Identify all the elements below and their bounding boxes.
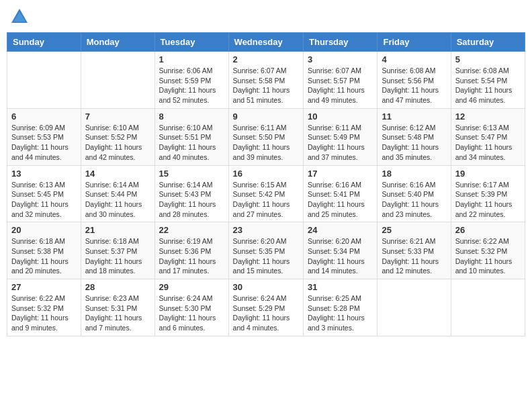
day-info: Sunrise: 6:23 AMSunset: 5:31 PMDaylight:…	[85, 293, 150, 333]
day-number: 30	[233, 282, 299, 292]
day-info: Sunrise: 6:20 AMSunset: 5:35 PMDaylight:…	[233, 236, 299, 276]
calendar-cell	[451, 279, 525, 336]
calendar-cell: 28Sunrise: 6:23 AMSunset: 5:31 PMDayligh…	[81, 279, 154, 336]
day-number: 4	[382, 54, 446, 64]
calendar-cell: 23Sunrise: 6:20 AMSunset: 5:35 PMDayligh…	[228, 222, 303, 279]
day-info: Sunrise: 6:07 AMSunset: 5:58 PMDaylight:…	[233, 66, 299, 105]
calendar-cell: 22Sunrise: 6:19 AMSunset: 5:36 PMDayligh…	[154, 222, 228, 279]
day-info: Sunrise: 6:11 AMSunset: 5:49 PMDaylight:…	[308, 123, 373, 163]
day-number: 14	[85, 169, 150, 179]
day-number: 9	[233, 111, 299, 122]
day-number: 16	[233, 169, 299, 179]
logo	[9, 7, 32, 27]
day-info: Sunrise: 6:24 AMSunset: 5:30 PMDaylight:…	[159, 293, 224, 333]
day-info: Sunrise: 6:10 AMSunset: 5:51 PMDaylight:…	[159, 123, 224, 163]
day-number: 31	[308, 282, 373, 292]
day-info: Sunrise: 6:14 AMSunset: 5:43 PMDaylight:…	[159, 180, 224, 220]
day-info: Sunrise: 6:22 AMSunset: 5:32 PMDaylight:…	[455, 236, 521, 276]
day-info: Sunrise: 6:19 AMSunset: 5:36 PMDaylight:…	[159, 236, 224, 276]
calendar-week-row: 6Sunrise: 6:09 AMSunset: 5:53 PMDaylight…	[7, 108, 525, 165]
calendar-cell: 12Sunrise: 6:13 AMSunset: 5:47 PMDayligh…	[451, 108, 525, 165]
calendar-week-row: 13Sunrise: 6:13 AMSunset: 5:45 PMDayligh…	[7, 165, 525, 222]
calendar-cell: 19Sunrise: 6:17 AMSunset: 5:39 PMDayligh…	[451, 165, 525, 222]
day-number: 23	[233, 225, 299, 235]
day-number: 27	[11, 282, 77, 292]
day-number: 26	[455, 225, 521, 235]
day-number: 3	[308, 54, 373, 64]
day-number: 10	[308, 111, 373, 122]
weekday-header: Monday	[81, 33, 154, 52]
day-info: Sunrise: 6:08 AMSunset: 5:56 PMDaylight:…	[382, 66, 446, 105]
day-number: 21	[85, 225, 150, 235]
day-number: 19	[455, 169, 521, 179]
day-number: 29	[159, 282, 224, 292]
day-info: Sunrise: 6:16 AMSunset: 5:41 PMDaylight:…	[308, 180, 373, 220]
day-info: Sunrise: 6:18 AMSunset: 5:37 PMDaylight:…	[85, 236, 150, 276]
day-info: Sunrise: 6:17 AMSunset: 5:39 PMDaylight:…	[455, 180, 521, 220]
day-number: 8	[159, 111, 224, 122]
calendar-cell: 24Sunrise: 6:20 AMSunset: 5:34 PMDayligh…	[304, 222, 378, 279]
day-info: Sunrise: 6:21 AMSunset: 5:33 PMDaylight:…	[382, 236, 446, 276]
day-number: 6	[11, 111, 77, 122]
day-info: Sunrise: 6:10 AMSunset: 5:52 PMDaylight:…	[85, 123, 150, 163]
day-info: Sunrise: 6:13 AMSunset: 5:45 PMDaylight:…	[11, 180, 77, 220]
calendar-cell: 9Sunrise: 6:11 AMSunset: 5:50 PMDaylight…	[228, 108, 303, 165]
day-info: Sunrise: 6:14 AMSunset: 5:44 PMDaylight:…	[85, 180, 150, 220]
logo-icon	[9, 7, 30, 27]
day-number: 13	[11, 169, 77, 179]
calendar-cell	[7, 52, 81, 109]
calendar-cell: 17Sunrise: 6:16 AMSunset: 5:41 PMDayligh…	[304, 165, 378, 222]
day-number: 18	[382, 169, 446, 179]
calendar-week-row: 1Sunrise: 6:06 AMSunset: 5:59 PMDaylight…	[7, 52, 525, 109]
calendar-cell	[81, 52, 154, 109]
day-info: Sunrise: 6:15 AMSunset: 5:42 PMDaylight:…	[233, 180, 299, 220]
day-number: 28	[85, 282, 150, 292]
calendar-cell: 13Sunrise: 6:13 AMSunset: 5:45 PMDayligh…	[7, 165, 81, 222]
calendar-cell: 3Sunrise: 6:07 AMSunset: 5:57 PMDaylight…	[304, 52, 378, 109]
calendar-cell: 30Sunrise: 6:24 AMSunset: 5:29 PMDayligh…	[228, 279, 303, 336]
day-number: 20	[11, 225, 77, 235]
calendar-cell: 4Sunrise: 6:08 AMSunset: 5:56 PMDaylight…	[378, 52, 451, 109]
day-info: Sunrise: 6:12 AMSunset: 5:48 PMDaylight:…	[382, 123, 446, 163]
calendar-cell: 11Sunrise: 6:12 AMSunset: 5:48 PMDayligh…	[378, 108, 451, 165]
day-number: 5	[455, 54, 521, 64]
calendar-cell: 25Sunrise: 6:21 AMSunset: 5:33 PMDayligh…	[378, 222, 451, 279]
day-number: 22	[159, 225, 224, 235]
weekday-header: Sunday	[7, 33, 81, 52]
calendar-table: SundayMondayTuesdayWednesdayThursdayFrid…	[7, 32, 525, 336]
calendar-cell: 21Sunrise: 6:18 AMSunset: 5:37 PMDayligh…	[81, 222, 154, 279]
calendar-week-row: 20Sunrise: 6:18 AMSunset: 5:38 PMDayligh…	[7, 222, 525, 279]
day-info: Sunrise: 6:16 AMSunset: 5:40 PMDaylight:…	[382, 180, 446, 220]
day-number: 7	[85, 111, 150, 122]
calendar-cell: 31Sunrise: 6:25 AMSunset: 5:28 PMDayligh…	[304, 279, 378, 336]
calendar-cell: 5Sunrise: 6:08 AMSunset: 5:54 PMDaylight…	[451, 52, 525, 109]
weekday-header: Tuesday	[154, 33, 228, 52]
day-number: 2	[233, 54, 299, 64]
day-info: Sunrise: 6:13 AMSunset: 5:47 PMDaylight:…	[455, 123, 521, 163]
page-header	[7, 7, 525, 27]
day-info: Sunrise: 6:07 AMSunset: 5:57 PMDaylight:…	[308, 66, 373, 105]
calendar-cell: 8Sunrise: 6:10 AMSunset: 5:51 PMDaylight…	[154, 108, 228, 165]
day-info: Sunrise: 6:08 AMSunset: 5:54 PMDaylight:…	[455, 66, 521, 105]
calendar-cell: 6Sunrise: 6:09 AMSunset: 5:53 PMDaylight…	[7, 108, 81, 165]
calendar-cell: 29Sunrise: 6:24 AMSunset: 5:30 PMDayligh…	[154, 279, 228, 336]
calendar-cell: 2Sunrise: 6:07 AMSunset: 5:58 PMDaylight…	[228, 52, 303, 109]
day-info: Sunrise: 6:11 AMSunset: 5:50 PMDaylight:…	[233, 123, 299, 163]
calendar-cell: 20Sunrise: 6:18 AMSunset: 5:38 PMDayligh…	[7, 222, 81, 279]
calendar-cell: 1Sunrise: 6:06 AMSunset: 5:59 PMDaylight…	[154, 52, 228, 109]
day-number: 24	[308, 225, 373, 235]
day-info: Sunrise: 6:22 AMSunset: 5:32 PMDaylight:…	[11, 293, 77, 333]
calendar-week-row: 27Sunrise: 6:22 AMSunset: 5:32 PMDayligh…	[7, 279, 525, 336]
calendar-cell: 15Sunrise: 6:14 AMSunset: 5:43 PMDayligh…	[154, 165, 228, 222]
weekday-header: Saturday	[451, 33, 525, 52]
calendar-cell	[378, 279, 451, 336]
day-number: 1	[159, 54, 224, 64]
day-info: Sunrise: 6:25 AMSunset: 5:28 PMDaylight:…	[308, 293, 373, 333]
calendar-cell: 7Sunrise: 6:10 AMSunset: 5:52 PMDaylight…	[81, 108, 154, 165]
calendar-cell: 26Sunrise: 6:22 AMSunset: 5:32 PMDayligh…	[451, 222, 525, 279]
calendar-cell: 16Sunrise: 6:15 AMSunset: 5:42 PMDayligh…	[228, 165, 303, 222]
calendar-header-row: SundayMondayTuesdayWednesdayThursdayFrid…	[7, 33, 525, 52]
day-number: 12	[455, 111, 521, 122]
day-number: 15	[159, 169, 224, 179]
day-info: Sunrise: 6:18 AMSunset: 5:38 PMDaylight:…	[11, 236, 77, 276]
